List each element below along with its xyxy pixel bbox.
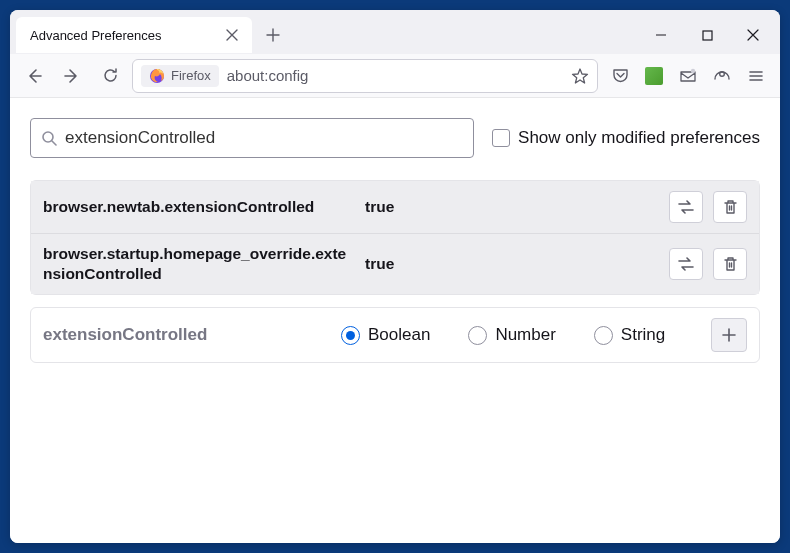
window-controls <box>638 19 780 51</box>
preference-list: browser.newtab.extensionControlled true … <box>30 180 760 295</box>
forward-arrow-icon <box>63 67 81 85</box>
radio-string[interactable]: String <box>594 325 665 345</box>
search-icon <box>41 130 57 146</box>
url-bar[interactable]: Firefox about:config <box>132 59 598 93</box>
tab-title: Advanced Preferences <box>26 28 222 43</box>
delete-button[interactable] <box>713 191 747 223</box>
delete-button[interactable] <box>713 248 747 280</box>
search-box[interactable] <box>30 118 474 158</box>
svg-rect-0 <box>703 31 712 40</box>
back-arrow-icon <box>25 67 43 85</box>
radio-icon <box>468 326 487 345</box>
toggle-arrows-icon <box>677 257 695 271</box>
maximize-icon <box>702 30 713 41</box>
close-icon <box>226 29 238 41</box>
close-icon <box>747 29 759 41</box>
radio-icon <box>341 326 360 345</box>
search-row: Show only modified preferences <box>30 118 760 158</box>
radio-label: Boolean <box>368 325 430 345</box>
firefox-logo-icon <box>149 68 165 84</box>
pref-value: true <box>365 198 657 216</box>
radio-boolean[interactable]: Boolean <box>341 325 430 345</box>
type-radio-group: Boolean Number String <box>341 325 693 345</box>
maximize-button[interactable] <box>684 19 730 51</box>
radio-label: Number <box>495 325 555 345</box>
show-modified-label: Show only modified preferences <box>518 128 760 148</box>
pref-value: true <box>365 255 657 273</box>
inbox-icon <box>679 67 697 85</box>
svg-point-2 <box>691 68 695 72</box>
inbox-button[interactable] <box>672 60 704 92</box>
close-window-button[interactable] <box>730 19 776 51</box>
extension-button[interactable] <box>638 60 670 92</box>
pref-row[interactable]: browser.newtab.extensionControlled true <box>31 181 759 233</box>
trash-icon <box>723 256 738 272</box>
radio-number[interactable]: Number <box>468 325 555 345</box>
extension-icon <box>645 67 663 85</box>
forward-button[interactable] <box>56 60 88 92</box>
new-pref-container: extensionControlled Boolean Number Strin… <box>30 307 760 363</box>
star-icon <box>571 67 589 85</box>
minimize-button[interactable] <box>638 19 684 51</box>
account-button[interactable] <box>706 60 738 92</box>
svg-point-3 <box>720 71 725 76</box>
about-config-content: Show only modified preferences browser.n… <box>10 98 780 543</box>
show-modified-checkbox[interactable]: Show only modified preferences <box>492 128 760 148</box>
pocket-icon <box>612 67 629 84</box>
pref-name: browser.startup.homepage_override.extens… <box>43 244 353 284</box>
nav-toolbar: Firefox about:config <box>10 54 780 98</box>
search-input[interactable] <box>65 128 463 148</box>
browser-tab-active[interactable]: Advanced Preferences <box>16 17 252 53</box>
reload-icon <box>102 67 119 84</box>
new-tab-button[interactable] <box>258 20 288 50</box>
url-text: about:config <box>227 67 563 84</box>
reload-button[interactable] <box>94 60 126 92</box>
firefox-window: Advanced Preferences <box>10 10 780 543</box>
new-pref-row: extensionControlled Boolean Number Strin… <box>31 308 759 362</box>
trash-icon <box>723 199 738 215</box>
close-tab-button[interactable] <box>222 25 242 45</box>
toggle-button[interactable] <box>669 191 703 223</box>
checkbox-icon <box>492 129 510 147</box>
bookmark-star-button[interactable] <box>571 67 589 85</box>
pref-row[interactable]: browser.startup.homepage_override.extens… <box>31 233 759 294</box>
radio-icon <box>594 326 613 345</box>
titlebar: Advanced Preferences <box>10 10 780 54</box>
identity-box[interactable]: Firefox <box>141 65 219 87</box>
toggle-button[interactable] <box>669 248 703 280</box>
add-pref-button[interactable] <box>711 318 747 352</box>
radio-label: String <box>621 325 665 345</box>
hamburger-icon <box>748 68 764 84</box>
plus-icon <box>721 327 737 343</box>
account-icon <box>713 67 731 85</box>
minimize-icon <box>655 29 667 41</box>
pocket-button[interactable] <box>604 60 636 92</box>
identity-label: Firefox <box>171 68 211 83</box>
new-pref-name: extensionControlled <box>43 325 323 345</box>
toggle-arrows-icon <box>677 200 695 214</box>
plus-icon <box>266 28 280 42</box>
app-menu-button[interactable] <box>740 60 772 92</box>
back-button[interactable] <box>18 60 50 92</box>
pref-name: browser.newtab.extensionControlled <box>43 197 353 217</box>
